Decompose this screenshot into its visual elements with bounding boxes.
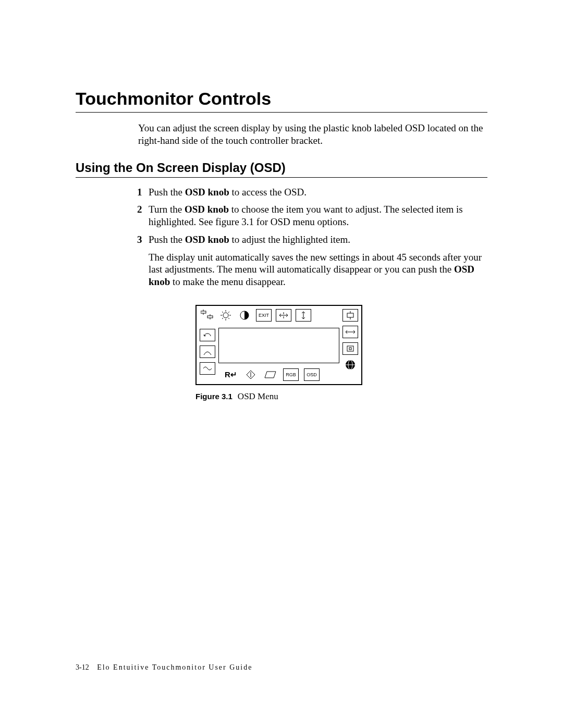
svg-point-6 [223, 313, 228, 318]
step-number: 1 [137, 186, 142, 199]
osd-row-top: EXIT [200, 309, 311, 322]
svg-rect-24 [347, 346, 353, 351]
figure-label: Figure 3.1 [195, 392, 232, 401]
step-text-before: Push the [149, 234, 185, 245]
divider [76, 177, 487, 178]
svg-line-13 [222, 318, 223, 319]
step-text-before: Push the [149, 187, 185, 198]
page: Touchmonitor Controls You can adjust the… [0, 0, 563, 728]
osd-button-icon: OSD [304, 368, 320, 381]
figure-caption-text: OSD Menu [238, 391, 278, 401]
steps-list: 1 Push the OSD knob to access the OSD. 2… [137, 186, 487, 246]
h-position-icon [276, 309, 291, 322]
v-size-icon [342, 309, 358, 322]
figure-osd-menu: EXIT [195, 305, 487, 402]
page-footer: 3-12 Elo Entuitive Touchmonitor User Gui… [76, 663, 252, 672]
svg-rect-3 [207, 316, 213, 318]
step-text-after: to adjust the highlighted item. [229, 234, 350, 245]
svg-rect-0 [201, 311, 206, 313]
exit-button-icon: EXIT [256, 309, 272, 322]
page-title: Touchmonitor Controls [76, 89, 487, 109]
svg-rect-20 [347, 313, 353, 317]
svg-rect-25 [349, 348, 351, 350]
osd-col-left [200, 329, 215, 375]
step-bold: OSD knob [185, 234, 229, 245]
step-bold: OSD knob [185, 187, 229, 198]
trapezoid-icon [200, 346, 215, 358]
step-text-after: to access the OSD. [229, 187, 307, 198]
recall-icon: R↵ [224, 369, 238, 380]
intro-paragraph: You can adjust the screen display by usi… [138, 122, 487, 147]
step-number: 2 [137, 203, 142, 216]
step-number: 3 [137, 233, 142, 246]
figure-caption: Figure 3.1OSD Menu [195, 391, 487, 402]
osd-display-area [218, 328, 339, 363]
step-3: 3 Push the OSD knob to adjust the highli… [137, 233, 487, 246]
brightness-icon [218, 310, 233, 321]
note-part-c: to make the menu disappear. [170, 276, 286, 287]
osd-panel: EXIT [195, 305, 362, 385]
step-bold: OSD knob [185, 204, 229, 215]
note-paragraph: The display unit automatically saves the… [149, 251, 487, 288]
page-number: 3-12 [76, 663, 89, 671]
step-1: 1 Push the OSD knob to access the OSD. [137, 186, 487, 199]
rgb-button-icon: RGB [283, 368, 299, 381]
svg-line-12 [228, 318, 229, 319]
degauss-icon [243, 369, 258, 380]
svg-marker-31 [265, 372, 276, 378]
v-position-icon [296, 309, 311, 322]
step-text-before: Turn the [149, 204, 185, 215]
svg-line-11 [222, 312, 223, 313]
globe-icon [343, 359, 358, 371]
h-size-icon [342, 326, 358, 338]
input-signal-icon [200, 310, 214, 321]
parallelogram-icon [263, 369, 278, 380]
osd-row-bottom: R↵ RGB OSD [200, 368, 320, 381]
pincushion-icon [342, 342, 358, 355]
osd-col-right [342, 309, 358, 371]
subheading-osd: Using the On Screen Display (OSD) [76, 161, 487, 175]
svg-line-14 [228, 312, 229, 313]
note-part-a: The display unit automatically saves the… [149, 252, 482, 275]
footer-title: Elo Entuitive Touchmonitor User Guide [97, 663, 252, 671]
step-2: 2 Turn the OSD knob to choose the item y… [137, 203, 487, 228]
rotation-icon [200, 329, 215, 341]
divider [76, 112, 487, 113]
contrast-icon [237, 310, 252, 321]
